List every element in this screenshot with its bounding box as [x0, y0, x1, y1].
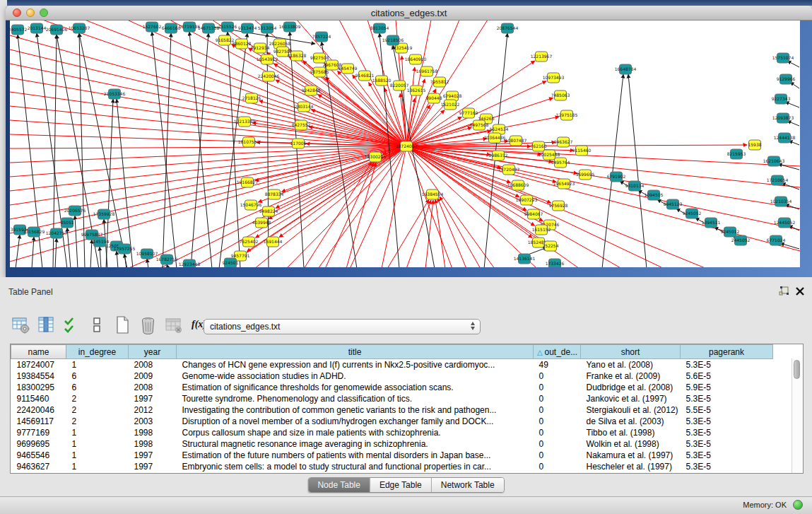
- network-node[interactable]: 9115460: [572, 146, 592, 156]
- network-node[interactable]: 6466160: [162, 23, 181, 33]
- table-row[interactable]: 946362711997Embryonic stem cells: a mode…: [11, 461, 773, 472]
- table-mode-icon[interactable]: [11, 315, 30, 334]
- network-node[interactable]: 8813054: [370, 23, 389, 33]
- network-node[interactable]: 9242848: [302, 86, 321, 95]
- table-row[interactable]: 969969511998Structural magnetic resonanc…: [11, 438, 773, 450]
- network-node[interactable]: 6497568: [470, 120, 489, 130]
- column-header-year[interactable]: year: [129, 345, 177, 359]
- network-node[interactable]: 2445052: [731, 235, 751, 245]
- network-node[interactable]: 20206576: [64, 206, 86, 216]
- column-header-title[interactable]: title: [177, 345, 534, 359]
- show-columns-icon[interactable]: [37, 315, 56, 334]
- network-node[interactable]: 8186328: [288, 51, 307, 61]
- network-node[interactable]: 8220057: [390, 81, 409, 90]
- network-node[interactable]: 12213967: [531, 52, 553, 62]
- network-node[interactable]: 12042757: [46, 228, 68, 238]
- close-panel-icon[interactable]: [794, 286, 806, 297]
- network-node[interactable]: 7485063: [551, 90, 570, 100]
- network-node[interactable]: 16961758: [416, 66, 438, 76]
- network-node[interactable]: 2986372: [489, 151, 508, 160]
- table-row[interactable]: 911546021997Tourette syndrome. Phenomeno…: [11, 393, 773, 404]
- network-node[interactable]: 9129966: [777, 74, 796, 84]
- delete-column-trash-icon[interactable]: [139, 315, 158, 334]
- network-node[interactable]: 6495764: [551, 158, 570, 168]
- network-node[interactable]: 924501: [223, 258, 239, 267]
- table-row[interactable]: 1830029562008Estimation of significance …: [11, 382, 773, 393]
- network-node[interactable]: 13156829: [23, 227, 45, 237]
- table-row[interactable]: 2242004622012Investigating the contribut…: [11, 404, 773, 416]
- column-header-short[interactable]: short: [581, 345, 681, 359]
- tab-network-table[interactable]: Network Table: [431, 478, 504, 492]
- float-panel-icon[interactable]: [778, 286, 789, 297]
- network-node[interactable]: 8454749: [339, 64, 358, 74]
- network-window-titlebar[interactable]: citations_edges.txt: [6, 6, 812, 21]
- column-header-out_degree[interactable]: △ out_de...: [534, 345, 581, 359]
- network-node[interactable]: 1527602: [143, 22, 162, 32]
- network-node[interactable]: 2013144: [28, 23, 47, 33]
- network-node[interactable]: 8860128: [233, 39, 252, 49]
- network-node[interactable]: 10807487: [505, 136, 527, 146]
- network-node[interactable]: 10210354: [770, 197, 792, 206]
- network-node[interactable]: 14136141: [514, 254, 536, 264]
- network-node[interactable]: 16782759: [156, 255, 178, 264]
- network-node[interactable]: 7955812: [430, 77, 449, 87]
- network-node[interactable]: 5313054: [258, 23, 277, 33]
- network-node[interactable]: 85051: [60, 218, 73, 228]
- network-node[interactable]: 1094505: [645, 190, 664, 200]
- network-node[interactable]: 252254: [543, 241, 559, 251]
- network-node[interactable]: 9984067: [524, 209, 543, 219]
- network-node[interactable]: 2405572: [10, 25, 28, 35]
- network-node[interactable]: 6791902: [607, 172, 626, 182]
- network-node[interactable]: 2803144: [295, 102, 314, 112]
- network-node[interactable]: 16543912: [257, 54, 278, 64]
- network-node[interactable]: 18107552: [238, 137, 260, 147]
- network-node[interactable]: 9699695: [576, 170, 595, 180]
- network-node[interactable]: 7625402: [240, 237, 259, 247]
- network-node[interactable]: 10653287: [69, 23, 90, 33]
- network-node[interactable]: 9310134: [625, 181, 645, 191]
- column-header-in_degree[interactable]: in_degree: [66, 345, 129, 359]
- network-node[interactable]: 1733426: [546, 259, 565, 267]
- network-node[interactable]: 9498224: [259, 206, 278, 216]
- network-node[interactable]: 1362615: [407, 86, 426, 95]
- network-view[interactable]: 1872400791658228860128891293428226058982…: [10, 21, 800, 267]
- network-node[interactable]: 19166827: [237, 177, 259, 187]
- select-all-checkmarks-icon[interactable]: [62, 315, 81, 334]
- network-node[interactable]: 12975185: [556, 110, 578, 120]
- network-node[interactable]: 22420046: [258, 71, 280, 81]
- network-node[interactable]: 8945123: [664, 199, 683, 209]
- network-node[interactable]: 990448: [426, 93, 442, 103]
- column-header-name[interactable]: name: [11, 345, 66, 359]
- new-column-icon[interactable]: [113, 315, 132, 334]
- table-row[interactable]: 1938455462009Genome-wide association stu…: [11, 370, 773, 382]
- table-row[interactable]: 946554611997Estimation of the future num…: [11, 450, 773, 461]
- network-node[interactable]: 1691444: [264, 237, 283, 247]
- network-node[interactable]: 8878334: [265, 189, 284, 199]
- table-scrollbar[interactable]: [792, 358, 803, 473]
- network-node[interactable]: 15720407: [498, 165, 520, 175]
- unselect-rows-icon[interactable]: [88, 315, 107, 334]
- network-node[interactable]: 18907293: [516, 195, 538, 205]
- network-node[interactable]: 9777169: [459, 108, 478, 118]
- network-node[interactable]: 14671358: [198, 23, 220, 33]
- network-node[interactable]: 15751074: [772, 53, 794, 63]
- column-header-pagerank[interactable]: pagerank: [681, 345, 773, 359]
- network-node[interactable]: 17210654: [767, 175, 789, 185]
- network-node[interactable]: 9875685: [310, 67, 329, 77]
- network-node[interactable]: 8427552: [292, 120, 311, 130]
- network-node[interactable]: 12093873: [772, 113, 794, 123]
- network-node[interactable]: 18640910: [405, 54, 427, 64]
- table-row[interactable]: 1456911722003Disruption of a novel membe…: [11, 416, 773, 427]
- network-canvas[interactable]: 1872400791658228860128891293428226058982…: [10, 21, 800, 267]
- tab-node-table[interactable]: Node Table: [308, 478, 370, 492]
- network-node[interactable]: 9165822: [216, 35, 235, 45]
- scrollbar-thumb[interactable]: [794, 360, 800, 379]
- network-node[interactable]: 20691406: [46, 25, 68, 35]
- network-node[interactable]: 12444138: [774, 133, 796, 143]
- tab-edge-table[interactable]: Edge Table: [370, 478, 431, 492]
- network-node[interactable]: 20876544: [497, 23, 519, 33]
- network-node[interactable]: 9245052: [683, 209, 702, 218]
- network-node[interactable]: 10958107: [136, 249, 158, 259]
- table-row[interactable]: 1872400712008Changes of HCN gene express…: [11, 359, 773, 371]
- table-row[interactable]: 977716911998Corpus callosum shape and si…: [11, 427, 773, 438]
